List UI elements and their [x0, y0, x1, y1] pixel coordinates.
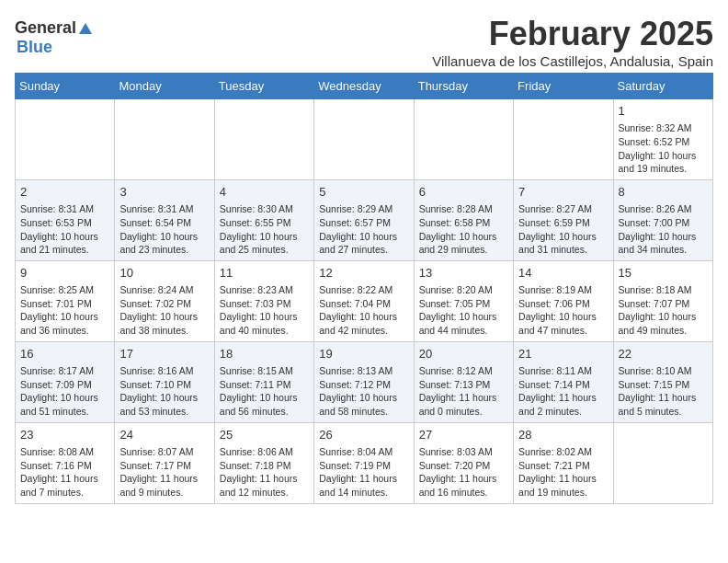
- day-number: 28: [518, 427, 608, 443]
- day-number: 9: [20, 265, 109, 282]
- daylight-text: Daylight: 10 hours and 53 minutes.: [119, 392, 198, 417]
- day-number: 23: [20, 427, 109, 443]
- daylight-text: Daylight: 10 hours and 44 minutes.: [419, 311, 497, 336]
- calendar-week-row: 1Sunrise: 8:32 AMSunset: 6:52 PMDaylight…: [16, 99, 713, 180]
- col-header-friday: Friday: [514, 74, 613, 99]
- sunset-text: Sunset: 7:02 PM: [119, 298, 191, 309]
- sunset-text: Sunset: 7:11 PM: [220, 379, 291, 390]
- calendar-day-cell: 12Sunrise: 8:22 AMSunset: 7:04 PMDayligh…: [314, 260, 414, 341]
- sunrise-text: Sunrise: 8:24 AM: [119, 284, 193, 295]
- logo-icon: [77, 21, 94, 38]
- calendar-day-cell: 19Sunrise: 8:13 AMSunset: 7:12 PMDayligh…: [314, 341, 414, 422]
- daylight-text: Daylight: 10 hours and 56 minutes.: [220, 392, 298, 417]
- sunset-text: Sunset: 7:00 PM: [619, 217, 690, 228]
- day-number: 24: [119, 427, 209, 443]
- day-number: 14: [518, 265, 608, 282]
- calendar-week-row: 23Sunrise: 8:08 AMSunset: 7:16 PMDayligh…: [16, 422, 713, 503]
- sunrise-text: Sunrise: 8:25 AM: [20, 284, 94, 295]
- title-area: February 2025 Villanueva de los Castille…: [432, 15, 713, 69]
- logo: General Blue: [15, 18, 95, 57]
- sunset-text: Sunset: 7:09 PM: [20, 379, 92, 390]
- calendar-day-cell: 26Sunrise: 8:04 AMSunset: 7:19 PMDayligh…: [314, 422, 414, 503]
- col-header-tuesday: Tuesday: [214, 74, 313, 99]
- calendar-day-cell: 3Sunrise: 8:31 AMSunset: 6:54 PMDaylight…: [115, 179, 214, 260]
- sunrise-text: Sunrise: 8:26 AM: [619, 203, 692, 214]
- calendar-day-cell: 27Sunrise: 8:03 AMSunset: 7:20 PMDayligh…: [414, 422, 513, 503]
- calendar-day-cell: 9Sunrise: 8:25 AMSunset: 7:01 PMDaylight…: [16, 260, 115, 341]
- daylight-text: Daylight: 10 hours and 34 minutes.: [619, 231, 697, 256]
- sunset-text: Sunset: 7:01 PM: [20, 298, 92, 309]
- calendar-day-cell: 16Sunrise: 8:17 AMSunset: 7:09 PMDayligh…: [16, 341, 115, 422]
- location-subtitle: Villanueva de los Castillejos, Andalusia…: [432, 53, 713, 69]
- sunrise-text: Sunrise: 8:11 AM: [518, 365, 592, 376]
- calendar-day-cell: [613, 422, 712, 503]
- day-number: 21: [518, 346, 608, 362]
- sunrise-text: Sunrise: 8:07 AM: [119, 446, 193, 457]
- sunrise-text: Sunrise: 8:22 AM: [319, 284, 392, 295]
- sunset-text: Sunset: 7:05 PM: [419, 298, 491, 309]
- daylight-text: Daylight: 10 hours and 40 minutes.: [220, 311, 298, 336]
- calendar-day-cell: 4Sunrise: 8:30 AMSunset: 6:55 PMDaylight…: [214, 179, 313, 260]
- page-header: General Blue February 2025 Villanueva de…: [15, 15, 713, 69]
- day-number: 25: [220, 427, 309, 443]
- sunset-text: Sunset: 7:03 PM: [220, 298, 291, 309]
- sunrise-text: Sunrise: 8:06 AM: [220, 446, 293, 457]
- calendar-day-cell: [314, 99, 414, 180]
- calendar-day-cell: [414, 99, 513, 180]
- sunrise-text: Sunrise: 8:13 AM: [319, 365, 392, 376]
- daylight-text: Daylight: 10 hours and 51 minutes.: [20, 392, 98, 417]
- sunset-text: Sunset: 7:10 PM: [119, 379, 191, 390]
- sunrise-text: Sunrise: 8:32 AM: [619, 122, 692, 133]
- calendar-day-cell: 13Sunrise: 8:20 AMSunset: 7:05 PMDayligh…: [414, 260, 513, 341]
- calendar-week-row: 16Sunrise: 8:17 AMSunset: 7:09 PMDayligh…: [16, 341, 713, 422]
- sunrise-text: Sunrise: 8:16 AM: [119, 365, 193, 376]
- calendar-day-cell: 25Sunrise: 8:06 AMSunset: 7:18 PMDayligh…: [214, 422, 313, 503]
- calendar-day-cell: 18Sunrise: 8:15 AMSunset: 7:11 PMDayligh…: [214, 341, 313, 422]
- day-number: 16: [20, 346, 109, 362]
- daylight-text: Daylight: 11 hours and 16 minutes.: [419, 473, 497, 498]
- calendar-day-cell: 28Sunrise: 8:02 AMSunset: 7:21 PMDayligh…: [514, 422, 613, 503]
- sunset-text: Sunset: 7:07 PM: [619, 298, 690, 309]
- daylight-text: Daylight: 10 hours and 19 minutes.: [619, 150, 697, 175]
- sunrise-text: Sunrise: 8:18 AM: [619, 284, 692, 295]
- sunrise-text: Sunrise: 8:04 AM: [319, 446, 392, 457]
- daylight-text: Daylight: 10 hours and 25 minutes.: [220, 231, 298, 256]
- calendar-day-cell: 10Sunrise: 8:24 AMSunset: 7:02 PMDayligh…: [115, 260, 214, 341]
- daylight-text: Daylight: 11 hours and 12 minutes.: [220, 473, 298, 498]
- calendar-day-cell: 21Sunrise: 8:11 AMSunset: 7:14 PMDayligh…: [514, 341, 613, 422]
- daylight-text: Daylight: 11 hours and 5 minutes.: [619, 392, 697, 417]
- sunset-text: Sunset: 7:18 PM: [220, 460, 291, 471]
- sunrise-text: Sunrise: 8:19 AM: [518, 284, 592, 295]
- daylight-text: Daylight: 10 hours and 21 minutes.: [20, 231, 98, 256]
- day-number: 18: [220, 346, 309, 362]
- sunrise-text: Sunrise: 8:31 AM: [20, 203, 94, 214]
- calendar-day-cell: 6Sunrise: 8:28 AMSunset: 6:58 PMDaylight…: [414, 179, 513, 260]
- calendar-day-cell: [514, 99, 613, 180]
- daylight-text: Daylight: 11 hours and 19 minutes.: [518, 473, 597, 498]
- calendar-day-cell: 23Sunrise: 8:08 AMSunset: 7:16 PMDayligh…: [16, 422, 115, 503]
- day-number: 13: [419, 265, 508, 282]
- day-number: 17: [119, 346, 209, 362]
- calendar-week-row: 2Sunrise: 8:31 AMSunset: 6:53 PMDaylight…: [16, 179, 713, 260]
- day-number: 1: [619, 103, 708, 120]
- calendar-day-cell: 5Sunrise: 8:29 AMSunset: 6:57 PMDaylight…: [314, 179, 414, 260]
- calendar-day-cell: 22Sunrise: 8:10 AMSunset: 7:15 PMDayligh…: [613, 341, 712, 422]
- sunset-text: Sunset: 7:13 PM: [419, 379, 491, 390]
- calendar-day-cell: 24Sunrise: 8:07 AMSunset: 7:17 PMDayligh…: [115, 422, 214, 503]
- sunset-text: Sunset: 7:17 PM: [119, 460, 191, 471]
- sunset-text: Sunset: 6:53 PM: [20, 217, 92, 228]
- sunrise-text: Sunrise: 8:17 AM: [20, 365, 94, 376]
- sunset-text: Sunset: 7:21 PM: [518, 460, 590, 471]
- sunrise-text: Sunrise: 8:12 AM: [419, 365, 493, 376]
- calendar-day-cell: 17Sunrise: 8:16 AMSunset: 7:10 PMDayligh…: [115, 341, 214, 422]
- sunset-text: Sunset: 7:12 PM: [319, 379, 391, 390]
- daylight-text: Daylight: 10 hours and 47 minutes.: [518, 311, 597, 336]
- daylight-text: Daylight: 11 hours and 9 minutes.: [119, 473, 198, 498]
- daylight-text: Daylight: 10 hours and 23 minutes.: [119, 231, 198, 256]
- sunset-text: Sunset: 6:55 PM: [220, 217, 291, 228]
- day-number: 6: [419, 184, 508, 201]
- sunrise-text: Sunrise: 8:03 AM: [419, 446, 493, 457]
- calendar-table: SundayMondayTuesdayWednesdayThursdayFrid…: [15, 73, 713, 504]
- daylight-text: Daylight: 11 hours and 14 minutes.: [319, 473, 397, 498]
- day-number: 20: [419, 346, 508, 362]
